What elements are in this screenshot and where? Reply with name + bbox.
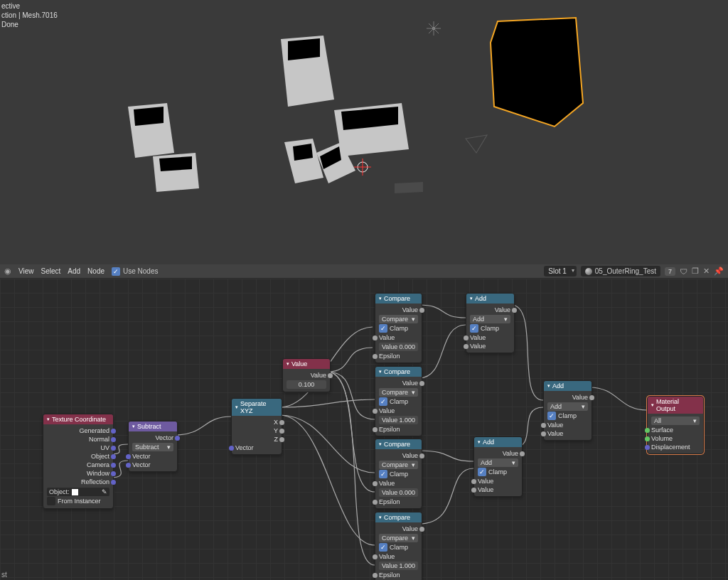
socket-in1[interactable]: Value <box>379 552 418 561</box>
node-add-3[interactable]: Add Value Add▾ ✓Clamp Value Value <box>543 380 592 441</box>
socket-in1[interactable]: Value <box>547 421 588 429</box>
socket-out[interactable]: Value <box>547 393 588 402</box>
menu-add[interactable]: Add <box>68 267 80 275</box>
clamp-toggle[interactable]: ✓Clamp <box>379 397 418 406</box>
material-selector[interactable]: 05_OuterRing_Test <box>581 266 660 276</box>
node-header[interactable]: Add <box>544 381 592 391</box>
node-add-2[interactable]: Add Value Add▾ ✓Clamp Value Value <box>473 436 523 497</box>
socket-in2[interactable]: Value <box>470 342 510 350</box>
socket-camera[interactable]: Camera <box>47 461 109 469</box>
node-header[interactable]: Material Output <box>648 397 703 414</box>
value-field[interactable]: Value0.000 <box>379 488 418 497</box>
slot-dropdown[interactable]: Slot 1 <box>544 266 577 276</box>
node-subtract[interactable]: Subtract Vector Subtract▾ Vector Vector <box>128 421 178 472</box>
socket-in1[interactable]: Value <box>379 407 418 415</box>
socket-normal[interactable]: Normal <box>47 435 109 444</box>
node-add-1[interactable]: Add Value Add▾ ✓Clamp Value Value <box>466 293 515 353</box>
mode-dropdown[interactable]: Add▾ <box>470 315 510 323</box>
copy-icon[interactable]: ❐ <box>692 267 699 276</box>
editor-type-icon[interactable]: ◉ <box>4 267 11 276</box>
socket-volume[interactable]: Volume <box>651 434 700 443</box>
node-material-output[interactable]: Material Output All▾ Surface Volume Disp… <box>647 396 704 454</box>
mode-dropdown[interactable]: Add▾ <box>478 458 518 467</box>
socket-window[interactable]: Window <box>47 469 109 478</box>
socket-vector-in1[interactable]: Vector <box>132 452 173 461</box>
node-header[interactable]: Subtract <box>129 421 177 431</box>
clamp-toggle[interactable]: ✓Clamp <box>478 468 518 476</box>
socket-reflection[interactable]: Reflection <box>47 478 109 486</box>
node-compare-3[interactable]: Compare Value Compare▾ ✓Clamp Value Valu… <box>375 439 422 509</box>
socket-vector-in[interactable]: Vector <box>235 444 278 452</box>
node-compare-2[interactable]: Compare Value Compare▾ ✓Clamp Value Valu… <box>375 366 422 436</box>
mode-dropdown[interactable]: Compare▾ <box>379 461 418 469</box>
socket-generated[interactable]: Generated <box>47 426 109 435</box>
node-texture-coordinate[interactable]: Texture Coordinate Generated Normal UV O… <box>43 414 114 509</box>
socket-out[interactable]: Value <box>379 306 418 314</box>
unlink-icon[interactable]: ✕ <box>703 267 710 276</box>
node-header[interactable]: Add <box>474 437 522 447</box>
socket-displacement[interactable]: Displacement <box>651 443 700 451</box>
from-instancer-toggle[interactable]: From Instancer <box>47 497 109 505</box>
node-header[interactable]: Compare <box>375 367 422 377</box>
clamp-toggle[interactable]: ✓Clamp <box>379 470 418 478</box>
socket-in2[interactable]: Value <box>478 485 518 494</box>
socket-out[interactable]: Value <box>379 525 418 533</box>
socket-value-out[interactable]: Value <box>287 371 326 380</box>
clamp-toggle[interactable]: ✓Clamp <box>470 324 510 333</box>
socket-eps[interactable]: Epsilon <box>379 352 418 360</box>
mode-dropdown[interactable]: Subtract▾ <box>132 443 173 451</box>
socket-eps[interactable]: Epsilon <box>379 425 418 434</box>
socket-out[interactable]: Value <box>379 379 418 387</box>
menu-view[interactable]: View <box>18 267 34 275</box>
node-header[interactable]: Separate XYZ <box>232 399 282 416</box>
use-nodes-toggle[interactable]: ✓ Use Nodes <box>112 267 158 276</box>
node-editor-area[interactable]: Texture Coordinate Generated Normal UV O… <box>0 279 728 580</box>
mode-dropdown[interactable]: Add▾ <box>547 402 588 411</box>
socket-in1[interactable]: Value <box>379 479 418 488</box>
socket-out[interactable]: Value <box>478 449 518 458</box>
clamp-toggle[interactable]: ✓Clamp <box>547 412 588 420</box>
node-header[interactable]: Add <box>466 294 514 304</box>
pin-icon[interactable]: 📌 <box>714 267 724 276</box>
clamp-toggle[interactable]: ✓Clamp <box>379 324 418 333</box>
socket-z[interactable]: Z <box>235 435 278 444</box>
socket-out[interactable]: Value <box>470 306 510 314</box>
menu-select[interactable]: Select <box>41 267 61 275</box>
material-users[interactable]: 7 <box>665 267 675 276</box>
value-field[interactable]: Value1.000 <box>379 562 418 570</box>
menu-node[interactable]: Node <box>87 267 105 275</box>
socket-in2[interactable]: Value <box>547 429 588 438</box>
node-compare-4[interactable]: Compare Value Compare▾ ✓Clamp Value Valu… <box>375 512 422 580</box>
socket-surface[interactable]: Surface <box>651 426 700 434</box>
socket-object[interactable]: Object <box>47 452 109 461</box>
node-header[interactable]: Compare <box>375 439 422 449</box>
socket-out[interactable]: Value <box>379 451 418 460</box>
viewport-3d[interactable]: ective ction | Mesh.7016 Done <box>0 0 728 264</box>
socket-eps[interactable]: Epsilon <box>379 498 418 506</box>
socket-x[interactable]: X <box>235 418 278 426</box>
socket-uv[interactable]: UV <box>47 444 109 452</box>
socket-vector-in2[interactable]: Vector <box>132 461 173 469</box>
socket-in1[interactable]: Value <box>470 333 510 342</box>
node-header[interactable]: Compare <box>375 294 422 304</box>
shield-icon[interactable]: 🛡 <box>680 267 687 276</box>
socket-y[interactable]: Y <box>235 426 278 435</box>
socket-vector-out[interactable]: Vector <box>132 434 173 442</box>
clamp-toggle[interactable]: ✓Clamp <box>379 543 418 552</box>
socket-in1[interactable]: Value <box>478 477 518 485</box>
target-dropdown[interactable]: All▾ <box>651 417 700 425</box>
node-separate-xyz[interactable]: Separate XYZ X Y Z Vector <box>231 398 282 455</box>
socket-in1[interactable]: Value <box>379 333 418 342</box>
node-value[interactable]: Value Value 0.100 <box>282 358 331 392</box>
node-header[interactable]: Compare <box>375 512 422 522</box>
value-field[interactable]: 0.100 <box>287 380 326 389</box>
socket-eps[interactable]: Epsilon <box>379 571 418 579</box>
object-field[interactable]: Object:✎ <box>47 488 109 496</box>
mode-dropdown[interactable]: Compare▾ <box>379 388 418 397</box>
value-field[interactable]: Value1.000 <box>379 416 418 424</box>
node-compare-1[interactable]: Compare Value Compare▾ ✓Clamp Value Valu… <box>375 293 422 363</box>
mode-dropdown[interactable]: Compare▾ <box>379 534 418 542</box>
node-header[interactable]: Value <box>283 359 330 369</box>
mode-dropdown[interactable]: Compare▾ <box>379 315 418 323</box>
value-field[interactable]: Value0.000 <box>379 343 418 351</box>
